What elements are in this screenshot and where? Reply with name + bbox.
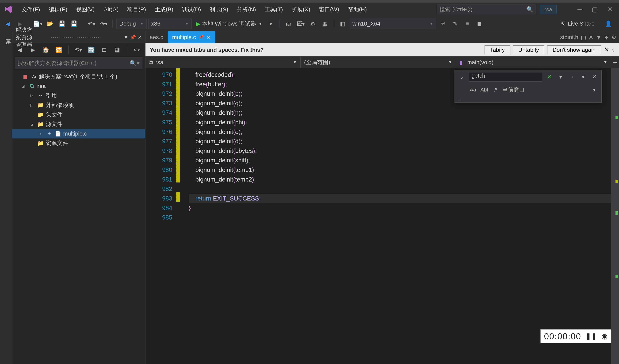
match-case-icon[interactable]: Aa [469,87,477,93]
liveshare-button[interactable]: ⇱ Live Share 👤 [556,20,616,27]
menu-item[interactable]: 窗口(W) [315,2,343,16]
tb-icon-3[interactable]: ⚙ [308,18,318,29]
source-file-node[interactable]: ▷+📄multiple.c [12,129,145,139]
minimize-icon[interactable]: ─ [577,6,582,13]
gear-icon[interactable]: ⚙ [611,34,616,41]
untabify-button[interactable]: Untabify [513,45,544,54]
record-icon[interactable]: ◉ [601,332,607,340]
maximize-icon[interactable]: ▢ [592,6,598,13]
menu-item[interactable]: 帮助(H) [343,2,371,16]
menu-item[interactable]: 生成(B) [150,2,178,16]
preview-tab[interactable]: stdint.h [560,34,578,40]
find-input[interactable]: getch [469,72,542,82]
toolbox-tab[interactable]: 工具箱 [0,31,12,364]
clear-icon[interactable]: ✕ [545,74,554,80]
redo-icon[interactable]: ↷▾ [99,18,109,29]
menu-item[interactable]: 视图(V) [72,2,99,16]
save-all-icon[interactable]: 💾 [69,18,79,29]
menu-item[interactable]: 扩展(X) [287,2,315,16]
search-icon: 🔍 [526,6,533,13]
open-icon[interactable]: 📂 [44,18,55,29]
close-icon[interactable]: ✕ [607,6,613,13]
tb-icon-9[interactable]: ≣ [474,18,485,29]
split-icon[interactable]: ↔ [611,56,619,68]
tb-icon-5[interactable]: ▥ [338,18,348,29]
explorer-search-input[interactable]: 搜索解决方案资源管理器(Ctrl+;) 🔍▾ [15,57,142,69]
menu-item[interactable]: 项目(P) [123,2,150,16]
tb-icon-8[interactable]: ≡ [462,18,472,29]
tb-icon-2[interactable]: 🖼▾ [295,18,306,29]
external-deps-node[interactable]: ▷📁外部依赖项 [12,100,145,110]
dropdown-icon[interactable]: ▾ [556,74,565,80]
refresh-icon[interactable]: 🔄 [86,44,97,55]
solution-node[interactable]: ◼🗂 解决方案"rsa"(1 个项目/共 1 个) [12,72,145,82]
sync-icon[interactable]: ⟲▾ [73,44,84,55]
resources-node[interactable]: 📁资源文件 [12,139,145,148]
nav-scope-combo[interactable]: (全局范围)▼ [301,56,456,68]
code-editor[interactable]: 9709719729739749759769779789799809819829… [145,68,619,364]
show-all-icon[interactable]: ▦ [112,44,123,55]
menu-item[interactable]: 调试(D) [178,2,205,16]
nav-project-combo[interactable]: ⧉rsa▼ [145,56,301,68]
close-tab-icon[interactable]: ✕ [207,34,211,40]
pin-icon[interactable]: 📌 [130,34,136,40]
close-icon[interactable]: ✕ [138,34,142,40]
new-item-icon[interactable]: 📄▾ [32,18,43,29]
tab-aes[interactable]: aes.c [145,31,168,43]
platform-combo[interactable]: x86▼ [148,18,192,29]
menu-item[interactable]: 工具(T) [260,2,287,16]
headers-node[interactable]: 📁头文件 [12,110,145,119]
menu-item[interactable]: 测试(S) [205,2,233,16]
debug-target-dropdown-icon[interactable]: ▾ [266,18,276,29]
expand-icon[interactable]: ↕ [612,47,615,53]
tb-icon-1[interactable]: 🗂 [283,18,294,29]
pin-icon[interactable]: 📌 [198,35,204,40]
expl-fwd-icon[interactable]: ▶ [28,44,38,55]
split-icon[interactable]: ⊞ [604,34,609,41]
save-icon[interactable]: 💾 [57,18,67,29]
target-combo[interactable]: win10_X64▼ [350,18,436,29]
find-next-icon[interactable]: → [568,74,576,80]
sources-node[interactable]: ◢📁源文件 [12,119,145,129]
undo-icon[interactable]: ↶▾ [86,18,97,29]
vertical-scrollbar[interactable] [611,68,619,364]
global-search-input[interactable]: 搜索 (Ctrl+Q) 🔍 [437,4,536,15]
dropdown-icon[interactable]: ▾ [590,87,599,93]
project-node[interactable]: ◢⧉ rsa [12,81,145,91]
menu-item[interactable]: Git(G) [99,2,123,16]
home-icon[interactable]: 🏠 [41,44,51,55]
dropdown-icon[interactable]: ▾ [579,74,587,80]
nav-back-icon[interactable]: ◀ [2,18,13,29]
regex-icon[interactable]: .* [491,87,500,93]
start-debug-button[interactable]: ▶本地 Windows 调试器▾ [193,20,264,28]
dropdown-icon[interactable]: ▼ [124,34,128,40]
close-infobar-icon[interactable]: ✕ [605,46,609,53]
whole-word-icon[interactable]: Abl [480,87,489,93]
references-icon: ▪▪ [37,92,44,99]
close-find-icon[interactable]: ✕ [590,74,599,80]
menu-item[interactable]: 编辑(E) [44,2,72,16]
tb-icon-6[interactable]: ✳ [438,18,448,29]
nav-member-combo[interactable]: ◧main(void)▼ [456,56,611,68]
pause-icon[interactable]: ❚❚ [585,332,597,340]
chevron-down-icon[interactable]: ⌄ [457,74,466,80]
editor-navbar: ⧉rsa▼ (全局范围)▼ ◧main(void)▼ ↔ [145,56,619,68]
dont-show-button[interactable]: Don't show again [547,45,601,54]
code-icon[interactable]: <> [132,44,142,55]
config-combo[interactable]: Debug▼ [116,18,147,29]
switch-view-icon[interactable]: 🔁 [54,44,64,55]
expl-back-icon[interactable]: ◀ [15,44,25,55]
tb-icon-4[interactable]: ▦ [320,18,330,29]
tab-multiple[interactable]: multiple.c📌✕ [168,31,215,43]
collapse-icon[interactable]: ⊟ [99,44,109,55]
tb-icon-7[interactable]: ✎ [450,18,460,29]
tabify-button[interactable]: Tabify [485,45,510,54]
close-icon[interactable]: ✕ [589,34,593,41]
promote-icon[interactable]: ▢ [581,34,586,41]
references-node[interactable]: ▷▪▪引用 [12,91,145,100]
editor-tabbar: aes.c multiple.c📌✕ stdint.h ▢ ✕ ▼ ⊞ ⚙ [145,31,619,43]
dropdown-icon[interactable]: ▼ [596,34,602,40]
menu-item[interactable]: 分析(N) [233,2,260,16]
menu-item[interactable]: 文件(F) [17,2,44,16]
context-pill[interactable]: rsa [540,5,557,14]
